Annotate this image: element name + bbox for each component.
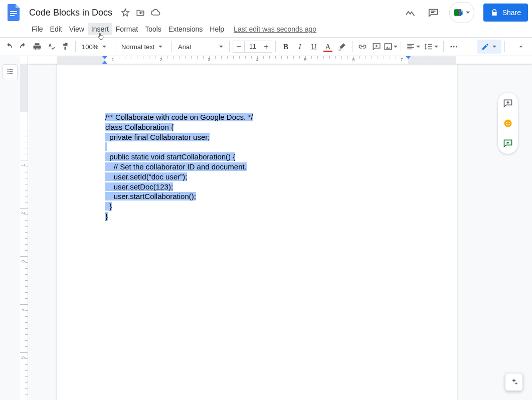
show-outline-button[interactable] (3, 64, 18, 79)
last-edit-link[interactable]: Last edit was seconds ago (234, 25, 316, 33)
more-tools-button[interactable] (447, 40, 461, 54)
code-line[interactable]: user.setId(“doc user”); (105, 172, 409, 182)
vertical-ruler[interactable]: 12345 (20, 56, 28, 400)
highlight-color-button[interactable] (335, 40, 349, 54)
ruler-tick: 4 (20, 304, 28, 305)
separator (401, 41, 401, 52)
underline-button[interactable]: U (307, 40, 321, 54)
font-size-group: − + (233, 41, 272, 53)
code-line[interactable]: user.setDoc(123); (105, 182, 409, 192)
text-color-button[interactable]: A (321, 40, 335, 54)
ruler-minor-tick (20, 328, 28, 329)
menu-insert-label: Insert (91, 25, 109, 33)
menu-edit[interactable]: Edit (47, 23, 66, 35)
svg-rect-2 (10, 15, 15, 16)
page-scroll-area[interactable]: 1234567 /** Collaborate with code on Goo… (28, 56, 532, 400)
ruler-minor-tick (20, 124, 28, 124)
ruler-minor-tick (20, 136, 28, 136)
separator (115, 41, 115, 52)
add-emoji-reaction-button[interactable] (502, 118, 513, 129)
horizontal-ruler[interactable]: 1234567 (28, 56, 532, 64)
docs-logo[interactable] (4, 3, 24, 23)
star-icon[interactable] (120, 8, 130, 18)
zoom-select[interactable]: 100% (79, 40, 112, 53)
share-button[interactable]: Share (483, 4, 528, 22)
code-line[interactable]: /** Collaborate with code on Google Docs… (105, 112, 409, 122)
document-page[interactable]: /** Collaborate with code on Google Docs… (57, 64, 457, 400)
ruler-minor-tick (20, 298, 28, 299)
editing-mode-button[interactable] (477, 40, 501, 54)
paragraph-style-select[interactable]: Normal text (118, 40, 168, 53)
menu-help[interactable]: Help (206, 23, 228, 35)
italic-button[interactable]: I (293, 40, 307, 54)
separator (229, 41, 230, 52)
meet-button[interactable] (449, 2, 474, 23)
open-comments-icon[interactable] (426, 6, 440, 20)
chevron-down-icon (219, 46, 223, 48)
cloud-status-icon[interactable] (150, 8, 160, 18)
ruler-left-margin (57, 56, 105, 64)
ruler-minor-tick (20, 346, 28, 347)
ruler-minor-tick (20, 166, 28, 166)
insert-image-button[interactable] (384, 40, 398, 54)
ruler-minor-tick (20, 118, 28, 118)
collapse-header-button[interactable] (514, 40, 528, 54)
separator (275, 41, 276, 52)
document-content[interactable]: /** Collaborate with code on Google Docs… (57, 64, 457, 270)
code-line[interactable]: private final Collaborator user; (105, 132, 409, 142)
move-icon[interactable] (135, 8, 145, 18)
title-row: Code Blocks in Docs Share (4, 2, 528, 23)
ruler-tick (20, 112, 28, 112)
code-line[interactable]: // Set the collaborator ID and document. (105, 162, 409, 172)
undo-button[interactable] (2, 40, 16, 54)
ruler-minor-tick (20, 310, 28, 311)
separator (504, 41, 505, 52)
paint-format-button[interactable] (58, 40, 72, 54)
menu-tools[interactable]: Tools (141, 23, 165, 35)
code-line[interactable]: } (105, 202, 409, 212)
toolbar: 100% Normal text Arial − + B I U A (0, 37, 532, 56)
code-line[interactable]: } (105, 212, 409, 222)
menu-extensions[interactable]: Extensions (165, 23, 206, 35)
ruler-minor-tick (20, 226, 28, 227)
insert-link-button[interactable] (356, 40, 370, 54)
font-size-decrease[interactable]: − (233, 41, 245, 53)
font-select[interactable]: Arial (175, 40, 226, 53)
svg-point-8 (506, 122, 507, 123)
line-spacing-button[interactable] (422, 40, 440, 54)
right-indent-marker[interactable] (406, 56, 411, 59)
menu-file[interactable]: File (28, 23, 47, 35)
font-size-input[interactable] (245, 41, 261, 53)
ruler-minor-tick (20, 154, 28, 154)
add-comment-button[interactable] (370, 40, 384, 54)
code-line[interactable] (105, 142, 409, 152)
ruler-minor-tick (20, 148, 28, 148)
spellcheck-button[interactable] (44, 40, 58, 54)
suggest-edits-button[interactable] (502, 138, 513, 149)
activity-dashboard-icon[interactable] (403, 6, 417, 20)
code-line[interactable]: user.startCollaboration(); (105, 191, 409, 202)
separator (352, 41, 352, 52)
chevron-down-icon (434, 46, 438, 48)
menu-insert[interactable]: Insert (88, 23, 112, 35)
document-title[interactable]: Code Blocks in Docs (26, 7, 115, 19)
code-line[interactable]: public static void startCollaboration() … (105, 152, 409, 162)
add-comment-rail-button[interactable] (502, 98, 513, 109)
print-button[interactable] (30, 40, 44, 54)
bold-button[interactable]: B (279, 40, 293, 54)
redo-button[interactable] (16, 40, 30, 54)
explore-button[interactable] (505, 373, 523, 391)
code-line[interactable]: class Collaboration { (105, 122, 409, 132)
separator (443, 41, 444, 52)
ruler-minor-tick (20, 142, 28, 142)
ruler-minor-tick (20, 334, 28, 335)
chevron-down-icon (394, 46, 398, 48)
left-indent-marker[interactable] (102, 61, 107, 64)
align-button[interactable] (404, 40, 422, 54)
font-size-increase[interactable]: + (261, 41, 272, 53)
ruler-tick: 3 (20, 256, 28, 257)
menu-view[interactable]: View (66, 23, 88, 35)
ruler-minor-tick (20, 394, 28, 395)
menu-format[interactable]: Format (112, 23, 141, 35)
pencil-icon (481, 43, 489, 51)
